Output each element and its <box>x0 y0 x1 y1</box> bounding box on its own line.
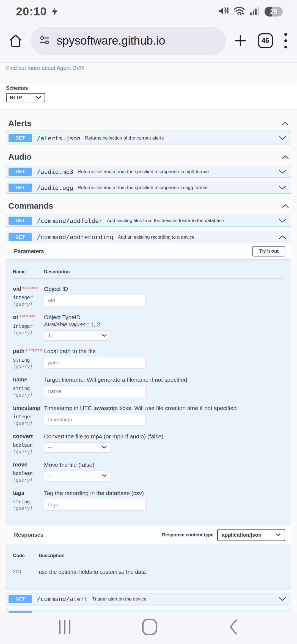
param-description: Timestamp in UTC javascript ticks. Will … <box>44 405 284 411</box>
info-band: Find out more about Agent DVR <box>0 63 297 83</box>
param-location: (query) <box>13 301 44 307</box>
wifi-icon <box>233 6 245 17</box>
section-header-alerts[interactable]: Alerts <box>8 119 289 128</box>
param-type: boolean <box>13 471 44 476</box>
chevron-up-icon[interactable] <box>279 235 286 239</box>
charging-bolt-icon <box>51 7 58 16</box>
param-select-ot[interactable]: 1 <box>44 330 111 341</box>
select-value: -- <box>48 444 52 451</box>
method-badge: GET <box>9 134 32 142</box>
endpoint-addrecording-summary[interactable]: GET /command/addrecording Add an existin… <box>6 231 291 243</box>
parameters-table: Name Description oid*required integer (q… <box>6 259 291 525</box>
chevron-down-icon[interactable] <box>279 597 286 601</box>
param-description: Target filename. Will generate a filenam… <box>44 376 284 383</box>
response-content-type-label: Response content type <box>162 532 213 538</box>
param-input-path[interactable] <box>44 357 146 369</box>
response-content-type-select[interactable]: application/json <box>217 529 285 541</box>
param-input-timestamp[interactable] <box>44 414 146 425</box>
param-input-tags[interactable] <box>44 499 146 511</box>
param-row-ot: ot*required integer (query) Object TypeI… <box>13 311 284 341</box>
chevron-up-icon[interactable] <box>282 121 289 125</box>
menu-button[interactable] <box>284 33 287 48</box>
chevron-down-icon <box>102 446 107 449</box>
section-header-commands[interactable]: Commands <box>8 201 289 210</box>
endpoint-addrecording-expanded: GET /command/addrecording Add an existin… <box>6 231 291 589</box>
back-button[interactable] <box>229 619 238 635</box>
divider <box>6 130 291 130</box>
section-header-audio[interactable]: Audio <box>8 152 289 161</box>
endpoint-description: Trigger alert on the device. <box>92 596 148 602</box>
endpoint-path: /command/alertOff <box>37 612 99 613</box>
chevron-down-icon[interactable] <box>279 170 286 174</box>
url-bar[interactable]: spysoftware.github.io <box>31 27 226 55</box>
param-row-path: path*required string (query) Local path … <box>13 345 284 369</box>
responses-table: Code Description 200 use the optional fi… <box>6 545 291 589</box>
section-title: Commands <box>8 201 53 211</box>
site-settings-icon[interactable] <box>39 35 50 47</box>
swagger-ui: Alerts GET /alerts.json Returns collecti… <box>0 109 297 613</box>
param-location: (query) <box>13 477 44 483</box>
home-nav-button[interactable] <box>142 619 157 635</box>
battery-indicator: 29 <box>265 7 283 17</box>
method-badge: GET <box>9 184 32 192</box>
param-name: path <box>13 348 24 354</box>
chevron-down-icon[interactable] <box>279 219 286 223</box>
endpoint-alert-off[interactable]: GET /command/alertOff Turn alerts off fo… <box>6 609 291 613</box>
endpoint-description: Turn alerts off for the device. <box>103 612 162 613</box>
param-input-name[interactable] <box>44 386 146 397</box>
schemes-select[interactable]: HTTP <box>6 93 45 102</box>
chevron-up-icon[interactable] <box>282 155 289 159</box>
chevron-up-icon[interactable] <box>282 204 289 208</box>
param-location: (query) <box>13 330 44 335</box>
column-header-description: Description <box>39 553 284 558</box>
parameters-header: Parameters Try it out <box>6 243 291 259</box>
try-it-out-button[interactable]: Try it out <box>252 246 285 256</box>
param-select-convert[interactable]: -- <box>44 442 111 453</box>
chevron-down-icon <box>36 96 41 99</box>
new-tab-button[interactable] <box>234 34 247 47</box>
chevron-down-icon[interactable] <box>279 185 286 190</box>
clock: 20:10 <box>16 5 47 18</box>
parameters-title: Parameters <box>14 248 44 255</box>
select-value: 1 <box>48 332 51 339</box>
required-label: required <box>25 286 38 290</box>
endpoint-description: Add an existing recording to a device <box>118 234 194 240</box>
chevron-down-icon[interactable] <box>279 136 286 140</box>
tab-switcher-button[interactable]: 46 <box>258 33 273 48</box>
about-link[interactable]: Find out more about Agent DVR <box>6 65 84 71</box>
param-select-move[interactable]: -- <box>44 471 111 481</box>
param-name: tags <box>13 490 24 496</box>
endpoint-addfolder[interactable]: GET /command/addfolder Add existing file… <box>6 215 291 227</box>
param-row-tags: tags string (query) Tag the recording in… <box>13 487 284 511</box>
mute-icon <box>218 6 229 17</box>
signal-icon <box>250 6 260 17</box>
schemes-section: Schemes HTTP <box>0 83 297 109</box>
endpoint-audio-mp3[interactable]: GET /audio.mp3 Returns live audio from t… <box>6 166 291 178</box>
method-badge: GET <box>9 233 32 241</box>
endpoint-alert[interactable]: GET /command/alert Trigger alert on the … <box>6 593 291 605</box>
param-location: (query) <box>13 421 44 426</box>
param-row-convert: convert boolean (query) Convert the file… <box>13 430 284 454</box>
param-description: Local path to the file <box>44 348 284 354</box>
param-input-oid[interactable] <box>44 295 146 306</box>
endpoint-path: /command/alert <box>37 596 88 602</box>
home-button[interactable] <box>8 33 23 48</box>
param-name: name <box>13 376 27 383</box>
back-icon <box>229 619 238 635</box>
divider <box>6 164 291 164</box>
endpoint-audio-ogg[interactable]: GET /audio.ogg Returns live audio from t… <box>6 182 291 194</box>
select-value: application/json <box>222 532 262 538</box>
endpoint-alerts-json[interactable]: GET /alerts.json Returns collection of t… <box>6 132 291 144</box>
chevron-down-icon <box>276 533 281 536</box>
endpoint-path: /command/addfolder <box>37 217 102 224</box>
battery-percent: 29 <box>270 8 277 15</box>
param-location: (query) <box>13 364 44 369</box>
endpoint-description: Returns live audio from the specified mi… <box>78 169 209 174</box>
recents-button[interactable] <box>59 620 70 634</box>
param-name: oid <box>13 286 21 292</box>
param-row-oid: oid*required integer (query) Object ID <box>13 282 284 307</box>
home-nav-icon <box>142 619 157 635</box>
param-type: boolean <box>13 442 44 448</box>
method-badge: GET <box>9 595 32 603</box>
chevron-down-icon <box>102 334 107 337</box>
